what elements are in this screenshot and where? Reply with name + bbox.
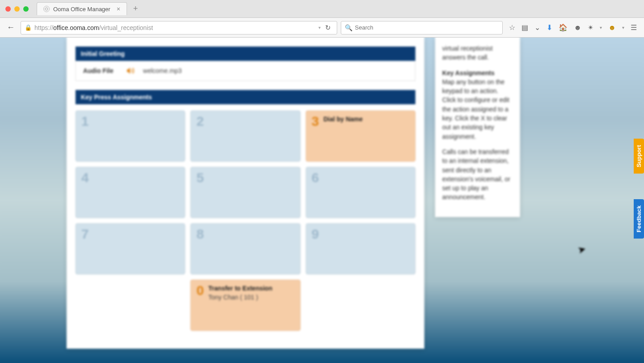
back-button[interactable]: ← [4,21,17,34]
key-8[interactable]: 8 [191,223,300,274]
key-0[interactable]: 0 Transfer to Extension Tony Chan ( 101 … [191,280,300,331]
greasemonkey-icon[interactable]: ☻ [608,24,616,32]
tab-title: Ooma Office Manager [53,6,110,13]
window-titlebar: ⌬ Ooma Office Manager × + [0,0,644,18]
site-favicon: ⌬ [43,6,50,12]
help-intro: virtual receptionist answers the call. [442,44,513,62]
key-9[interactable]: 9 [305,223,415,274]
key-6[interactable]: 6 [305,167,415,218]
url-text: https://office.ooma.com/virtual_receptio… [34,24,153,31]
maximize-window-button[interactable] [23,6,29,12]
key-3-title: Dial by Name [323,115,363,123]
browser-toolbar: ← 🔒 https://office.ooma.com/virtual_rece… [0,18,644,38]
key-0-title: Transfer to Extension [208,285,272,292]
lock-icon: 🔒 [25,24,32,31]
support-tab[interactable]: Support [634,139,644,174]
browser-tabs: ⌬ Ooma Office Manager × + [37,2,142,15]
key-4[interactable]: 4 [76,167,185,218]
key-7[interactable]: 7 [76,223,185,274]
minimize-window-button[interactable] [14,6,20,12]
initial-greeting-body: Audio File welcome.mp3 [76,61,415,81]
chevron-down-icon[interactable]: ▾ [622,25,624,30]
help-ka-heading: Key Assignments [442,69,495,77]
initial-greeting-header: Initial Greeting [76,47,415,61]
key-5[interactable]: 5 [191,167,300,218]
new-tab-button[interactable]: + [129,4,143,13]
search-input[interactable] [355,24,499,31]
reading-list-icon[interactable]: ▤ [521,23,528,32]
browser-tab-active[interactable]: ⌬ Ooma Office Manager × [37,2,127,15]
help-panel: virtual receptionist answers the call. K… [435,38,520,217]
pocket-icon[interactable]: ⌄ [534,23,540,32]
key-3[interactable]: 3 Dial by Name [305,111,415,162]
help-ka-body2: Calls can be transferred to an internal … [442,147,513,202]
close-window-button[interactable] [5,6,11,12]
keypad-grid: 1 2 3 Dial by Name 4 5 6 7 8 9 0 Transfe… [76,111,415,331]
search-icon: 🔍 [345,24,352,31]
downloads-icon[interactable]: ⬇ [547,23,552,32]
main-panel: Initial Greeting Audio File welcome.mp3 … [67,38,424,349]
search-bar[interactable]: 🔍 [341,21,503,34]
home-icon[interactable]: 🏠 [559,23,568,32]
key-0-detail: Tony Chan ( 101 ) [208,294,272,301]
cursor-icon: ➤ [576,243,587,256]
page-viewport: Initial Greeting Audio File welcome.mp3 … [0,38,644,363]
help-ka-body: Map any button on the keypad to an actio… [442,78,509,140]
extension-icon[interactable]: ✴ [588,23,593,32]
bookmark-star-icon[interactable]: ☆ [509,23,515,32]
traffic-lights [5,6,29,12]
key-2[interactable]: 2 [191,111,300,162]
key-press-header: Key Press Assignments [76,90,415,104]
feedback-tab[interactable]: Feedback [634,199,644,239]
dropdown-icon[interactable]: ▾ [316,25,321,30]
speaker-icon[interactable] [127,67,135,74]
reload-icon[interactable]: ↻ [323,24,333,32]
audio-file-name: welcome.mp3 [143,67,182,74]
menu-icon[interactable]: ☰ [631,23,637,32]
chevron-down-icon[interactable]: ▾ [600,25,602,30]
key-1[interactable]: 1 [76,111,185,162]
chat-icon[interactable]: ☻ [574,24,581,32]
close-tab-icon[interactable]: × [117,5,120,13]
address-bar[interactable]: 🔒 https://office.ooma.com/virtual_recept… [21,21,337,34]
audio-file-label: Audio File [83,67,119,74]
toolbar-icons-group: ☆ ▤ ⌄ ⬇ 🏠 ☻ ✴ ▾ ☻ ▾ ☰ [506,23,640,32]
